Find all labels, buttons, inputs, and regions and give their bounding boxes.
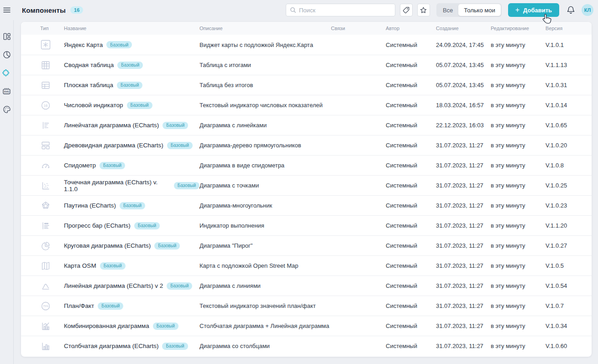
- table-header-row: Тип Название Описание Связи Автор Создан…: [21, 22, 592, 35]
- component-edited: в эту минуту: [491, 322, 546, 329]
- component-edited: в эту минуту: [491, 282, 546, 289]
- component-author: Системный: [386, 322, 436, 329]
- svg-text:SVG: SVG: [4, 90, 9, 93]
- table-row[interactable]: Круговая диаграмма (ECharts) Базовый Диа…: [21, 235, 592, 255]
- component-description: Диаграмма "Пирог": [199, 242, 331, 249]
- bar-chart-icon: [40, 340, 52, 352]
- svg-assets-icon: SVG: [2, 87, 11, 96]
- component-version: V.1.0.7: [546, 302, 592, 309]
- sidebar-item-palette[interactable]: [1, 103, 13, 116]
- ownership-filter-toggle: Все Только мои: [436, 3, 502, 17]
- component-edited: в эту минуту: [491, 242, 546, 249]
- component-name: Древовидная диаграмма (ECharts): [64, 142, 163, 149]
- table-body: Яндекс Карта Базовый Виджет карты с подл…: [21, 35, 592, 356]
- base-badge: Базовый: [100, 262, 126, 270]
- column-header-edited: Редактирование: [491, 26, 546, 31]
- component-created: 31.07.2023, 11:27: [436, 222, 491, 229]
- component-description: Виджет карты с подложкой Яндекс.Карта: [199, 42, 331, 48]
- sidebar-item-svg-assets[interactable]: SVG: [1, 85, 13, 98]
- toggle-option-only-mine[interactable]: Только мои: [458, 4, 500, 16]
- component-name: Комбинированная диаграмма: [64, 322, 149, 329]
- plus-icon: +: [515, 6, 519, 14]
- component-description: Текстовый индикатор числовых показателей: [199, 102, 331, 109]
- component-name: Числовой индикатор: [64, 102, 123, 109]
- tags-filter-button[interactable]: [400, 4, 413, 16]
- base-badge: Базовый: [167, 142, 193, 149]
- base-badge: Базовый: [154, 242, 180, 250]
- sidebar-item-dashboards[interactable]: [1, 30, 13, 43]
- favorites-filter-button[interactable]: [417, 4, 430, 16]
- component-version: V.1.0.23: [546, 202, 592, 209]
- base-badge: Базовый: [117, 82, 142, 89]
- sidebar-item-charts[interactable]: [1, 48, 13, 61]
- table-row[interactable]: Яндекс Карта Базовый Виджет карты с подл…: [21, 35, 592, 55]
- toggle-option-all[interactable]: Все: [437, 4, 458, 16]
- search-input[interactable]: [299, 7, 391, 14]
- component-created: 22.12.2023, 16:03: [436, 122, 491, 129]
- treemap-icon: [40, 140, 52, 151]
- component-created: 24.09.2024, 17:45: [436, 42, 491, 48]
- pivot-table-icon: [40, 59, 52, 71]
- table-row[interactable]: Древовидная диаграмма (ECharts) Базовый …: [21, 135, 592, 155]
- base-badge: Базовый: [134, 222, 160, 229]
- table-row[interactable]: Паутина (ECharts) Базовый Диаграмма-мног…: [21, 195, 592, 215]
- table-row[interactable]: Линейчатая диаграмма (ECharts) Базовый Д…: [21, 115, 592, 135]
- component-edited: в эту минуту: [491, 142, 546, 149]
- component-author: Системный: [386, 182, 436, 189]
- component-description: Текстовый индикатор значений план/факт: [199, 302, 331, 309]
- base-badge: Базовый: [167, 282, 192, 290]
- topbar: Компоненты 16 Все Только мои + Добавить: [0, 0, 598, 20]
- base-badge: Базовый: [117, 62, 143, 69]
- combo-chart-icon: [40, 320, 52, 332]
- component-version: V.1.0.5: [546, 262, 592, 269]
- table-row[interactable]: Плоская таблица Базовый Таблица без итог…: [21, 75, 592, 95]
- component-version: V.1.0.60: [546, 343, 592, 349]
- base-badge: Базовый: [127, 102, 152, 109]
- svg-text:16: 16: [44, 103, 47, 107]
- component-author: Системный: [386, 242, 436, 249]
- component-version: V.1.0.34: [546, 322, 592, 329]
- table-row[interactable]: Сводная таблица Базовый Таблица с итогам…: [21, 55, 592, 75]
- table-row[interactable]: Прогресс бар (ECharts) Базовый Индикатор…: [21, 215, 592, 235]
- table-row[interactable]: 16 Числовой индикатор Базовый Текстовый …: [21, 95, 592, 115]
- component-edited: в эту минуту: [491, 182, 546, 189]
- component-edited: в эту минуту: [491, 202, 546, 209]
- component-author: Системный: [386, 42, 436, 48]
- component-created: 31.07.2023, 11:27: [436, 282, 491, 289]
- component-name: Паутина (ECharts): [64, 202, 116, 209]
- table-row[interactable]: Комбинированная диаграмма Базовый Столбч…: [21, 316, 592, 336]
- base-badge: Базовый: [174, 182, 199, 189]
- component-name: Столбчатая диаграмма (ECharts): [64, 343, 158, 349]
- hamburger-menu-icon[interactable]: [3, 6, 11, 14]
- component-edited: в эту минуту: [491, 62, 546, 68]
- component-created: 31.07.2023, 11:27: [436, 343, 491, 349]
- sidebar: SVG: [0, 20, 14, 364]
- table-row[interactable]: Точечная диаграмма (ECharts) v. 1.1.0 Ба…: [21, 175, 592, 195]
- radar-icon: [40, 200, 52, 212]
- favorites-star-icon: [420, 6, 427, 14]
- component-name: Линейчатая диаграмма (ECharts): [64, 122, 159, 129]
- notifications-bell-icon[interactable]: [567, 5, 575, 15]
- pie-chart-icon: [2, 50, 11, 59]
- table-row[interactable]: Карта OSM Базовый Карта с подложкой Open…: [21, 255, 592, 276]
- component-author: Системный: [386, 162, 436, 169]
- component-description: Карта с подложкой Open Street Map: [199, 262, 331, 269]
- components-puzzle-icon: [2, 68, 11, 78]
- table-row[interactable]: Спидометр Базовый Диаграмма в виде спидо…: [21, 155, 592, 175]
- component-edited: в эту минуту: [491, 302, 546, 309]
- scatter-icon: [40, 180, 52, 192]
- component-edited: в эту минуту: [491, 262, 546, 269]
- component-name: Сводная таблица: [64, 62, 114, 68]
- add-component-button[interactable]: + Добавить: [508, 3, 559, 17]
- component-edited: в эту минуту: [491, 102, 546, 109]
- table-row[interactable]: 75% План/Факт Базовый Текстовый индикато…: [21, 296, 592, 316]
- component-created: 31.07.2023, 11:27: [436, 242, 491, 249]
- component-edited: в эту минуту: [491, 343, 546, 349]
- bar-horizontal-icon: [40, 120, 52, 131]
- user-avatar[interactable]: КЛ: [582, 4, 593, 16]
- component-author: Системный: [386, 122, 436, 129]
- plan-fact-icon: 75%: [40, 300, 52, 312]
- table-row[interactable]: Линейная диаграмма (ECharts) v 2 Базовый…: [21, 276, 592, 296]
- sidebar-item-components[interactable]: [1, 67, 13, 79]
- table-row[interactable]: Столбчатая диаграмма (ECharts) Базовый Д…: [21, 336, 592, 356]
